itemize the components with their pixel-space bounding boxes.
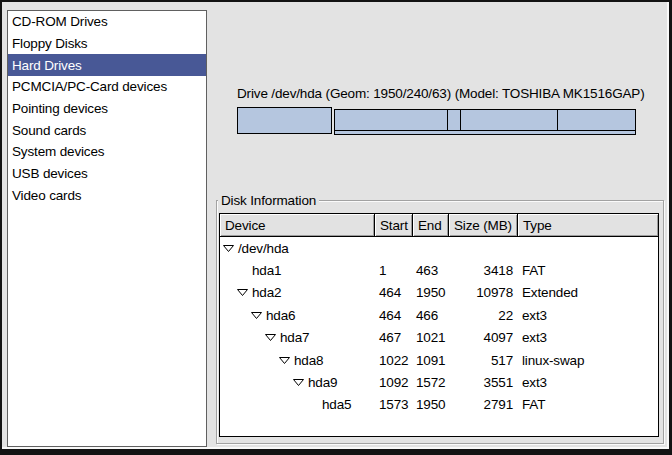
device-cell: hda7: [220, 330, 375, 345]
end-cell: 1572: [413, 375, 449, 390]
disk-row-hda8[interactable]: hda810221091517linux-swap: [220, 349, 658, 371]
start-cell: 1573: [375, 397, 413, 412]
size-cell: 3551: [449, 375, 518, 390]
column-header-size-mb[interactable]: Size (MB): [449, 214, 518, 237]
end-cell: 463: [413, 263, 449, 278]
device-cell: hda1: [220, 263, 375, 278]
expander-open-icon[interactable]: [279, 357, 290, 364]
end-cell: 1021: [413, 330, 449, 345]
device-list-item-cd-rom-drives[interactable]: CD-ROM Drives: [8, 11, 206, 33]
device-list-item-system-devices[interactable]: System devices: [8, 141, 206, 163]
partition-segment-hda2: [334, 109, 636, 135]
type-cell: linux-swap: [518, 353, 658, 368]
device-name: /dev/hda: [238, 241, 289, 256]
disk-row-dev-hda[interactable]: /dev/hda: [220, 237, 658, 259]
start-cell: 464: [375, 285, 413, 300]
end-cell: 1091: [413, 353, 449, 368]
size-cell: 3418: [449, 263, 518, 278]
device-list-item-sound-cards[interactable]: Sound cards: [8, 119, 206, 141]
disk-table-body: /dev/hdahda114633418FAThda2464195010978E…: [220, 237, 658, 416]
disk-row-hda6[interactable]: hda646446622ext3: [220, 304, 658, 326]
size-cell: 10978: [449, 285, 518, 300]
expander-open-icon[interactable]: [265, 334, 276, 341]
start-cell: 467: [375, 330, 413, 345]
type-cell: FAT: [518, 263, 658, 278]
disk-row-hda9[interactable]: hda9109215723551ext3: [220, 371, 658, 393]
disk-row-hda7[interactable]: hda746710214097ext3: [220, 327, 658, 349]
device-list-item-video-cards[interactable]: Video cards: [8, 185, 206, 207]
start-cell: 1: [375, 263, 413, 278]
partition-segment-hda5: [557, 109, 636, 131]
expander-open-icon[interactable]: [223, 245, 234, 252]
disk-information-table: DeviceStartEndSize (MB)Type /dev/hdahda1…: [219, 213, 659, 437]
disk-row-hda1[interactable]: hda114633418FAT: [220, 259, 658, 281]
device-name: hda1: [252, 263, 281, 278]
disk-information-frame-label: Disk Information: [218, 192, 319, 209]
device-name: hda6: [266, 308, 295, 323]
expander-open-icon[interactable]: [293, 379, 304, 386]
start-cell: 1092: [375, 375, 413, 390]
disk-row-hda5[interactable]: hda5157319502791FAT: [220, 394, 658, 416]
device-cell: hda6: [220, 308, 375, 323]
device-list-item-pointing-devices[interactable]: Pointing devices: [8, 98, 206, 120]
partition-segment-hda7: [334, 109, 448, 131]
expander-open-icon[interactable]: [251, 312, 262, 319]
end-cell: 1950: [413, 285, 449, 300]
size-cell: 2791: [449, 397, 518, 412]
device-list-item-usb-devices[interactable]: USB devices: [8, 163, 206, 185]
device-name: hda9: [308, 375, 337, 390]
disk-table-header: DeviceStartEndSize (MB)Type: [220, 214, 658, 237]
end-cell: 466: [413, 308, 449, 323]
size-cell: 517: [449, 353, 518, 368]
disk-row-hda2[interactable]: hda2464195010978Extended: [220, 282, 658, 304]
end-cell: 1950: [413, 397, 449, 412]
partition-segment-hda1: [237, 107, 332, 134]
type-cell: ext3: [518, 375, 658, 390]
expander-open-icon[interactable]: [237, 289, 248, 296]
device-cell: /dev/hda: [220, 241, 375, 256]
drive-description-label: Drive /dev/hda (Geom: 1950/240/63) (Mode…: [237, 86, 645, 101]
type-cell: Extended: [518, 285, 658, 300]
drive-partition-bar: [237, 107, 636, 135]
device-list-item-floppy-disks[interactable]: Floppy Disks: [8, 33, 206, 55]
type-cell: FAT: [518, 397, 658, 412]
start-cell: 464: [375, 308, 413, 323]
partition-segment-hda9: [460, 109, 558, 131]
column-header-end[interactable]: End: [413, 214, 449, 237]
device-category-list: CD-ROM DrivesFloppy DisksHard DrivesPCMC…: [7, 10, 207, 447]
device-cell: hda5: [220, 397, 375, 412]
device-cell: hda9: [220, 375, 375, 390]
device-name: hda7: [280, 330, 309, 345]
device-cell: hda2: [220, 285, 375, 300]
partition-segment-hda8: [447, 109, 461, 131]
device-name: hda8: [294, 353, 323, 368]
column-header-start[interactable]: Start: [375, 214, 413, 237]
size-cell: 22: [449, 308, 518, 323]
hardware-browser-window: { "device_list": { "items": ["CD-ROM Dri…: [0, 0, 672, 455]
size-cell: 4097: [449, 330, 518, 345]
type-cell: ext3: [518, 330, 658, 345]
start-cell: 1022: [375, 353, 413, 368]
column-header-device[interactable]: Device: [220, 214, 375, 237]
device-cell: hda8: [220, 353, 375, 368]
device-list-item-hard-drives[interactable]: Hard Drives: [8, 54, 206, 76]
device-list-item-pcmcia-pc-card-devices[interactable]: PCMCIA/PC-Card devices: [8, 76, 206, 98]
device-name: hda5: [322, 397, 351, 412]
type-cell: ext3: [518, 308, 658, 323]
column-header-type[interactable]: Type: [518, 214, 658, 237]
device-name: hda2: [252, 285, 281, 300]
